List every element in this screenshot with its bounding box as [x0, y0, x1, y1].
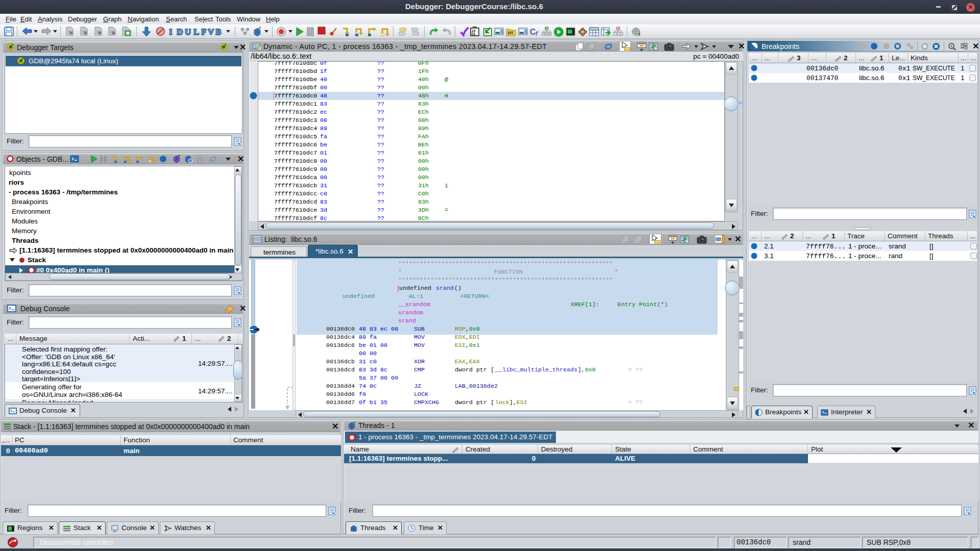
svg-text:01: 01	[472, 32, 476, 36]
svg-text:DT: DT	[508, 31, 513, 35]
svg-text:f: f	[535, 30, 538, 37]
